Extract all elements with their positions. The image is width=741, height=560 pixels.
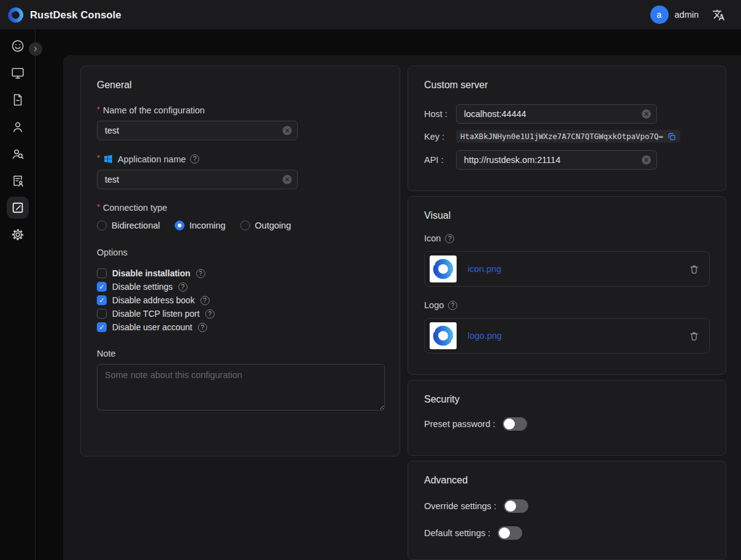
option-disable-installation: ✓ Disable installation ? (97, 267, 384, 280)
clear-app-name-icon[interactable]: ✕ (283, 175, 292, 184)
avatar: a (650, 6, 669, 24)
security-title: Security (424, 394, 710, 405)
key-label: Key : (424, 132, 456, 142)
option-disable-user-account: ✓ Disable user account ? (97, 320, 384, 334)
windows-icon (103, 154, 113, 164)
logo-thumbnail (430, 322, 457, 349)
radio-icon (175, 221, 184, 230)
app-name-label: * Application name ? (97, 154, 384, 164)
options-label: Options (97, 248, 384, 257)
icon-upload-row: icon.png (424, 251, 710, 287)
help-icon[interactable]: ? (178, 282, 188, 292)
help-icon[interactable]: ? (200, 296, 210, 305)
preset-password-label: Preset password : (424, 419, 495, 429)
host-row: Host : ✕ (424, 104, 710, 124)
logo-file-link[interactable]: logo.png (468, 331, 502, 341)
user-name: admin (675, 10, 699, 20)
sidebar-item-custom-client[interactable] (7, 197, 29, 219)
visual-card: Visual Icon ? icon.png (408, 196, 726, 375)
checkbox[interactable]: ✓ (97, 322, 107, 332)
main-panel: General * Name of the configuration ✕ * (63, 55, 741, 560)
icon-thumbnail (430, 255, 457, 282)
icon-help-icon[interactable]: ? (445, 234, 454, 243)
host-input[interactable] (456, 104, 657, 124)
sidebar-item-settings[interactable] (7, 224, 29, 246)
api-input[interactable] (456, 150, 657, 170)
delete-icon-trash-icon[interactable] (689, 264, 699, 274)
default-settings-row: Default settings : (424, 526, 710, 540)
sidebar-item-audit[interactable] (7, 170, 29, 192)
preset-password-toggle[interactable] (503, 417, 527, 431)
api-field: ✕ (456, 150, 657, 170)
clear-config-name-icon[interactable]: ✕ (283, 126, 292, 135)
app-name-field: ✕ (97, 170, 298, 189)
override-settings-toggle[interactable] (504, 499, 528, 513)
app-name-help-icon[interactable]: ? (190, 154, 199, 164)
logo-help-icon[interactable]: ? (448, 301, 457, 310)
sidebar-item-home[interactable] (7, 35, 29, 57)
user-icon (10, 119, 25, 134)
icon-label: Icon ? (424, 233, 710, 243)
icon-file-link[interactable]: icon.png (468, 264, 501, 274)
sidebar-item-groups[interactable] (7, 143, 29, 165)
required-asterisk: * (97, 202, 100, 211)
sidebar-expand-button[interactable] (29, 42, 42, 56)
note-textarea[interactable] (97, 364, 385, 411)
user-search-icon (10, 146, 25, 161)
api-label: API : (424, 155, 456, 165)
copy-icon[interactable] (667, 132, 676, 141)
user-menu[interactable]: a admin (650, 6, 699, 24)
sidebar-item-users[interactable] (7, 116, 29, 138)
radio-outgoing[interactable]: Outgoing (240, 221, 291, 230)
help-icon[interactable]: ? (196, 269, 205, 278)
rustdesk-logo-icon (7, 7, 24, 23)
smiley-icon (10, 39, 25, 53)
option-disable-settings: ✓ Disable settings ? (97, 280, 384, 293)
connection-type-label: * Connection type (97, 203, 384, 213)
help-icon[interactable]: ? (205, 309, 215, 319)
radio-icon (97, 221, 107, 230)
general-card: General * Name of the configuration ✕ * (80, 66, 400, 456)
option-disable-address-book: ✓ Disable address book ? (97, 293, 384, 307)
checkbox[interactable]: ✓ (97, 268, 107, 278)
delete-logo-trash-icon[interactable] (689, 331, 699, 341)
key-chip: HtaXBkJNHyn0e1U1jWXze7A7CN7QTGWqxkOtpaVp… (456, 130, 680, 143)
language-button[interactable] (712, 9, 725, 21)
config-name-label: * Name of the configuration (97, 105, 384, 115)
clear-api-icon[interactable]: ✕ (642, 156, 651, 165)
app-header: RustDesk Console a admin (0, 0, 741, 29)
checkbox[interactable]: ✓ (97, 295, 107, 305)
chevron-right-icon (32, 45, 39, 53)
sidebar-item-logs[interactable] (7, 89, 29, 111)
required-asterisk: * (97, 153, 100, 162)
clear-host-icon[interactable]: ✕ (642, 110, 651, 119)
sidebar-item-devices[interactable] (7, 62, 29, 84)
advanced-title: Advanced (424, 475, 710, 486)
visual-title: Visual (424, 210, 710, 221)
default-settings-toggle[interactable] (498, 526, 522, 540)
override-settings-label: Override settings : (424, 501, 496, 511)
host-label: Host : (424, 109, 456, 119)
gear-icon (10, 227, 25, 242)
connection-type-group: Bidirectional Incoming Outgoing (97, 221, 384, 230)
app-name-input[interactable] (97, 170, 298, 189)
host-field: ✕ (456, 104, 657, 124)
custom-server-card: Custom server Host : ✕ Key : HtaXBkJNHyn… (408, 66, 726, 191)
config-name-input[interactable] (97, 121, 298, 140)
key-value: HtaXBkJNHyn0e1U1jWXze7A7CN7QTGWqxkOtpaVp… (460, 132, 663, 141)
custom-server-title: Custom server (424, 80, 710, 91)
radio-bidirectional[interactable]: Bidirectional (97, 221, 160, 230)
option-disable-tcp-listen-port: ✓ Disable TCP listen port ? (97, 307, 384, 320)
checkbox[interactable]: ✓ (97, 282, 107, 292)
document-user-icon (10, 173, 25, 188)
preset-password-row: Preset password : (424, 417, 710, 431)
override-settings-row: Override settings : (424, 499, 710, 513)
help-icon[interactable]: ? (198, 323, 207, 332)
sidebar (0, 29, 36, 560)
advanced-card: Advanced Override settings : Default set… (408, 461, 726, 560)
monitor-icon (10, 66, 25, 80)
radio-icon (240, 221, 250, 230)
checkbox[interactable]: ✓ (97, 309, 107, 319)
radio-incoming[interactable]: Incoming (175, 221, 226, 230)
default-settings-label: Default settings : (424, 528, 490, 538)
